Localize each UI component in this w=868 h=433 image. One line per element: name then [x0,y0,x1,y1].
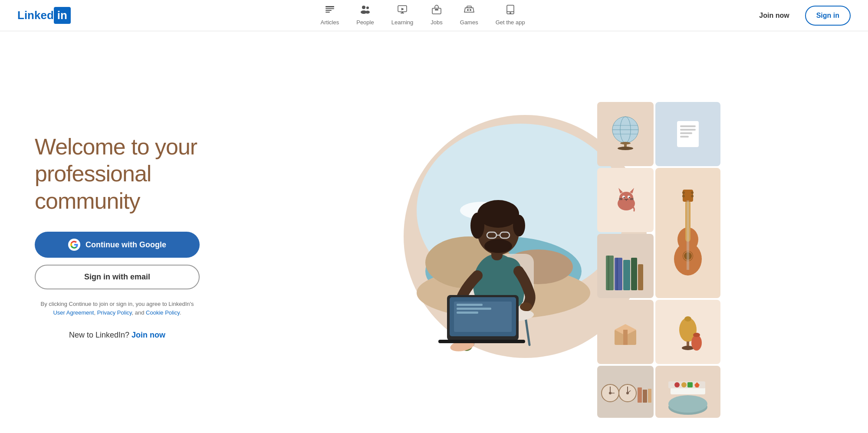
clock-tile [597,366,654,418]
svg-point-115 [470,213,484,239]
svg-point-82 [693,333,700,337]
svg-point-98 [674,382,680,387]
nav-get-app[interactable]: Get the app [489,1,532,30]
svg-rect-70 [616,258,618,290]
person-svg [391,141,599,367]
svg-point-81 [691,335,702,351]
svg-rect-92 [643,390,647,403]
svg-point-15 [467,9,469,11]
nav-articles[interactable]: Articles [314,1,346,30]
join-now-link[interactable]: Join now [132,331,165,339]
header-join-now-button[interactable]: Join now [749,7,799,25]
box-tile [597,300,654,364]
svg-point-111 [520,302,532,311]
svg-point-48 [629,197,630,198]
nav-jobs[interactable]: Jobs [424,1,449,30]
svg-marker-43 [618,188,623,194]
svg-rect-68 [608,256,609,290]
svg-rect-12 [432,8,441,14]
svg-point-95 [668,395,707,413]
nav-games[interactable]: Games [453,1,485,30]
nav-learning[interactable]: Learning [385,1,421,30]
document-tile [655,102,720,166]
svg-point-120 [484,239,512,253]
svg-point-116 [513,215,525,236]
svg-rect-91 [638,387,642,403]
svg-rect-10 [401,13,404,13]
svg-rect-2 [326,10,332,11]
svg-rect-11 [402,12,403,13]
articles-icon [325,4,335,17]
get-app-icon [505,4,516,17]
left-panel: Welcome to your professional community C… [35,133,260,340]
svg-rect-39 [680,132,692,134]
svg-rect-14 [467,6,471,8]
cat-tile [597,168,654,232]
svg-rect-38 [680,129,696,131]
svg-rect-93 [648,389,651,403]
privacy-policy-link[interactable]: Privacy Policy [97,309,132,316]
svg-marker-9 [401,8,404,10]
svg-point-99 [681,382,687,387]
user-agreement-link[interactable]: User Agreement [53,309,94,316]
right-panel [260,102,833,371]
svg-point-78 [684,316,691,321]
svg-rect-67 [606,256,614,290]
svg-rect-37 [680,125,696,127]
guitar-tile [655,168,720,298]
lamp-tile [655,300,720,364]
svg-rect-125 [457,308,491,310]
svg-rect-0 [326,6,334,7]
svg-point-65 [691,191,694,194]
shelf-grid [597,102,720,418]
svg-rect-71 [623,260,630,290]
svg-point-42 [619,192,633,204]
google-icon [68,239,80,251]
sign-in-with-email-button[interactable]: Sign in with email [35,265,200,289]
svg-point-64 [682,195,685,197]
jobs-icon [431,4,442,17]
books-tile [597,234,654,298]
header: Linkedin Articles People Learning Job [0,0,868,31]
svg-rect-1 [326,8,334,9]
svg-rect-69 [615,258,622,290]
svg-rect-3 [326,12,330,13]
svg-point-66 [691,195,694,197]
svg-rect-73 [638,264,643,290]
svg-rect-72 [631,258,637,290]
svg-point-63 [682,191,685,194]
svg-point-47 [624,197,625,198]
main-nav: Articles People Learning Jobs Games [97,1,749,30]
svg-rect-96 [671,387,705,394]
svg-rect-40 [680,136,689,138]
svg-rect-100 [687,382,693,387]
svg-point-19 [510,13,511,13]
illustration [378,102,716,371]
terms-text: By clicking Continue to join or sign in,… [35,300,200,317]
svg-point-4 [362,6,365,9]
people-icon [359,4,371,17]
svg-marker-44 [630,188,634,194]
header-actions: Join now Sign in [749,6,851,26]
learning-icon [397,4,408,17]
nav-people[interactable]: People [349,1,381,30]
svg-rect-13 [435,9,438,10]
games-icon [464,4,475,17]
globe-tile [597,102,654,166]
svg-point-7 [365,11,370,14]
svg-point-5 [366,7,369,9]
header-sign-in-button[interactable]: Sign in [805,6,851,26]
stacked-books-tile [655,366,720,418]
linkedin-logo[interactable]: Linkedin [17,7,71,24]
new-to-linkedin-text: New to LinkedIn? Join now [35,331,200,340]
main-content: Welcome to your professional community C… [0,31,868,433]
continue-with-google-button[interactable]: Continue with Google [35,232,200,258]
svg-rect-76 [623,330,628,345]
cookie-policy-link[interactable]: Cookie Policy [146,309,180,316]
svg-rect-124 [457,304,483,306]
hero-headline: Welcome to your professional community [35,133,260,214]
svg-rect-126 [457,312,478,314]
svg-rect-123 [454,302,512,332]
svg-point-16 [470,9,471,11]
svg-point-35 [618,147,633,150]
